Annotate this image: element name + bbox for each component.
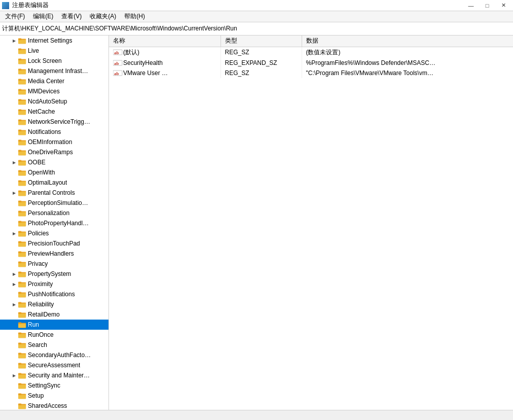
menu-edit[interactable]: 编辑(E) xyxy=(29,11,57,22)
tree-toggle-icon[interactable]: ▶ xyxy=(10,300,18,308)
table-row[interactable]: ab SecurityHealthREG_EXPAND_SZ%ProgramFi… xyxy=(109,58,513,68)
maximize-button[interactable]: □ xyxy=(480,0,495,11)
folder-icon xyxy=(18,220,26,227)
tree-item-preview-handlers[interactable]: ▶ PreviewHandlers xyxy=(0,249,108,259)
tree-item-runonce[interactable]: ▶ RunOnce xyxy=(0,330,108,340)
svg-rect-110 xyxy=(18,404,21,406)
svg-rect-107 xyxy=(18,394,21,396)
folder-icon xyxy=(18,57,26,64)
menu-file[interactable]: 文件(F) xyxy=(1,11,29,22)
menu-help[interactable]: 帮助(H) xyxy=(120,11,149,22)
tree-item-privacy[interactable]: ▶ Privacy xyxy=(0,259,108,269)
tree-item-oeminformation[interactable]: ▶ OEMInformation xyxy=(0,137,108,147)
tree-item-setup[interactable]: ▶ Setup xyxy=(0,391,108,401)
tree-item-mmdevices[interactable]: ▶ MMDevices xyxy=(0,86,108,96)
tree-item-ncdauto-setup[interactable]: ▶ NcdAutoSetup xyxy=(0,96,108,107)
svg-rect-70 xyxy=(18,273,26,277)
svg-rect-77 xyxy=(18,292,21,294)
tree-item-precision-touchpad[interactable]: ▶ PrecisionTouchPad xyxy=(0,238,108,249)
svg-rect-95 xyxy=(18,353,21,355)
tree-item-openwith[interactable]: ▶ OpenWith xyxy=(0,167,108,178)
tree-item-media-center[interactable]: ▶ Media Center xyxy=(0,76,108,86)
tree-item-run[interactable]: ▶ Run xyxy=(0,320,108,330)
tree-item-management-infrat[interactable]: ▶ Management Infrast… xyxy=(0,66,108,76)
tree-item-push-notifications[interactable]: ▶ PushNotifications xyxy=(0,289,108,299)
status-bar xyxy=(0,410,513,420)
svg-rect-19 xyxy=(18,100,26,104)
cell-type: REG_SZ xyxy=(221,47,302,58)
svg-rect-49 xyxy=(18,202,26,206)
tree-item-optimallayout[interactable]: ▶ OptimalLayout xyxy=(0,178,108,188)
tree-item-networkservice-trig[interactable]: ▶ NetworkServiceTrigg… xyxy=(0,117,108,127)
tree-item-search[interactable]: ▶ Search xyxy=(0,340,108,350)
tree-toggle-icon[interactable]: ▶ xyxy=(10,229,18,237)
svg-rect-1 xyxy=(18,40,26,44)
svg-rect-10 xyxy=(18,70,26,74)
svg-text:ab: ab xyxy=(114,71,119,76)
svg-rect-4 xyxy=(18,50,26,54)
tree-toggle-icon[interactable]: ▶ xyxy=(10,371,18,379)
tree-item-notifications[interactable]: ▶ Notifications xyxy=(0,127,108,137)
menu-favorites[interactable]: 收藏夹(A) xyxy=(86,11,120,22)
svg-rect-55 xyxy=(18,222,26,226)
tree-item-oobe[interactable]: ▶ OOBE xyxy=(0,157,108,167)
col-type[interactable]: 类型 xyxy=(221,36,302,47)
folder-icon xyxy=(18,250,26,257)
svg-rect-64 xyxy=(18,253,26,257)
tree-item-label: Live xyxy=(28,47,39,54)
tree-item-label: OEMInformation xyxy=(28,138,72,146)
folder-icon xyxy=(18,260,26,267)
tree-item-secure-assessment[interactable]: ▶ SecureAssessment xyxy=(0,360,108,370)
tree-toggle-icon[interactable]: ▶ xyxy=(10,37,18,45)
tree-toggle-icon[interactable]: ▶ xyxy=(10,158,18,166)
tree-item-label: PhotoPropertyHandl… xyxy=(28,220,89,227)
table-row[interactable]: ab VMware User …REG_SZ"C:\Program Files\… xyxy=(109,68,513,78)
col-data[interactable]: 数据 xyxy=(302,36,513,47)
tree-item-parental-controls[interactable]: ▶ Parental Controls xyxy=(0,188,108,198)
tree-item-internet-settings[interactable]: ▶ Internet Settings xyxy=(0,36,108,46)
tree-item-label: Run xyxy=(28,321,39,328)
tree-item-retail-demo[interactable]: ▶ RetailDemo xyxy=(0,309,108,320)
folder-icon xyxy=(18,270,26,277)
tree-item-personalization[interactable]: ▶ Personalization xyxy=(0,208,108,218)
close-button[interactable]: ✕ xyxy=(496,0,511,11)
svg-rect-73 xyxy=(18,283,26,287)
tree-toggle-icon[interactable]: ▶ xyxy=(10,270,18,278)
tree-item-proximity[interactable]: ▶ Proximity xyxy=(0,279,108,289)
tree-toggle-icon[interactable]: ▶ xyxy=(10,189,18,197)
svg-rect-58 xyxy=(18,232,26,236)
tree-item-label: PrecisionTouchPad xyxy=(28,240,80,247)
tree-item-policies[interactable]: ▶ Policies xyxy=(0,228,108,238)
svg-rect-109 xyxy=(18,405,26,409)
table-row[interactable]: ab (默认)REG_SZ(数值未设置) xyxy=(109,47,513,58)
col-name[interactable]: 名称 xyxy=(109,36,221,47)
tree-item-onedriveramps[interactable]: ▶ OneDriveRamps xyxy=(0,147,108,157)
svg-rect-91 xyxy=(18,344,26,348)
tree-item-live[interactable]: ▶ Live xyxy=(0,46,108,56)
tree-item-security-and-mainter[interactable]: ▶ Security and Mainter… xyxy=(0,370,108,380)
cell-type: REG_SZ xyxy=(221,68,302,78)
cell-name: ab VMware User … xyxy=(109,68,221,78)
tree-item-property-system[interactable]: ▶ PropertySystem xyxy=(0,269,108,279)
svg-rect-103 xyxy=(18,384,26,389)
svg-rect-61 xyxy=(18,242,26,247)
tree-item-perception-simulation[interactable]: ▶ PerceptionSimulatio… xyxy=(0,198,108,208)
tree-item-shared-access[interactable]: ▶ SharedAccess xyxy=(0,401,108,410)
menu-view[interactable]: 查看(V) xyxy=(57,11,86,22)
tree-item-label: Privacy xyxy=(28,260,48,267)
folder-icon xyxy=(18,341,26,348)
tree-item-reliability[interactable]: ▶ Reliability xyxy=(0,299,108,309)
folder-icon xyxy=(18,108,26,115)
tree-toggle-icon[interactable]: ▶ xyxy=(10,280,18,288)
tree-panel[interactable]: ▶ Internet Settings▶ Live▶ Lock Screen▶ … xyxy=(0,36,109,410)
tree-item-photo-property-handl[interactable]: ▶ PhotoPropertyHandl… xyxy=(0,218,108,228)
svg-rect-50 xyxy=(18,201,21,203)
tree-item-lock-screen[interactable]: ▶ Lock Screen xyxy=(0,56,108,66)
svg-text:ab: ab xyxy=(114,50,119,55)
tree-item-setting-sync[interactable]: ▶ SettingSync xyxy=(0,380,108,391)
minimize-button[interactable]: — xyxy=(463,0,479,11)
tree-item-secondary-auth-facto[interactable]: ▶ SecondaryAuthFacto… xyxy=(0,350,108,360)
folder-icon xyxy=(18,118,26,125)
tree-item-label: NetworkServiceTrigg… xyxy=(28,118,90,125)
tree-item-netcache[interactable]: ▶ NetCache xyxy=(0,107,108,117)
